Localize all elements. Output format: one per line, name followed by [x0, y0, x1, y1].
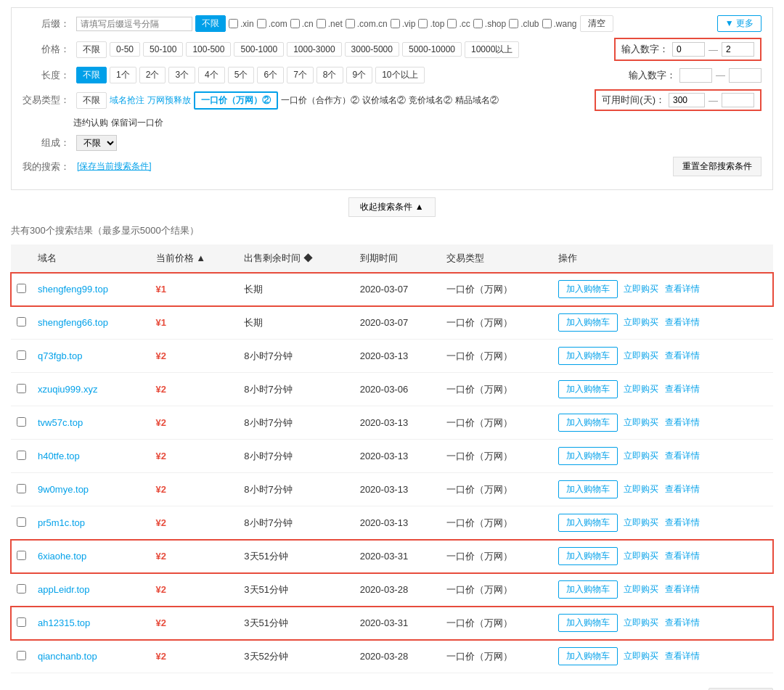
th-price[interactable]: 当前价格 ▲ — [150, 245, 239, 273]
view-detail-link[interactable]: 查看详情 — [665, 517, 700, 527]
suffix-vip[interactable]: .vip — [391, 19, 416, 29]
length-1-btn[interactable]: 1个 — [110, 67, 136, 83]
suffix-xin[interactable]: .xin — [229, 19, 254, 29]
view-detail-link[interactable]: 查看详情 — [665, 350, 700, 361]
price-0-50-btn[interactable]: 0-50 — [110, 42, 140, 57]
trans-premium-link[interactable]: 精品域名② — [455, 94, 499, 107]
add-cart-btn[interactable]: 加入购物车 — [558, 414, 618, 432]
trans-wanwang-link[interactable]: 万网预释放 — [147, 94, 191, 107]
row-checkbox[interactable] — [17, 484, 26, 493]
add-cart-btn[interactable]: 加入购物车 — [558, 580, 618, 599]
view-detail-link[interactable]: 查看详情 — [665, 417, 700, 427]
view-detail-link[interactable]: 查看详情 — [665, 317, 700, 327]
row-checkbox[interactable] — [17, 384, 26, 393]
price-unlimited-btn[interactable]: 不限 — [76, 41, 107, 58]
suffix-net[interactable]: .net — [317, 19, 343, 29]
trans-fixed-active-btn[interactable]: 一口价（万网）② — [194, 91, 278, 110]
suffix-cn[interactable]: .cn — [290, 19, 314, 29]
price-max-input[interactable] — [722, 42, 754, 57]
suffix-cc[interactable]: .cc — [447, 19, 470, 29]
row-checkbox[interactable] — [17, 517, 26, 527]
buy-now-link[interactable]: 立即购买 — [624, 350, 658, 361]
length-6-btn[interactable]: 6个 — [257, 67, 284, 83]
row-checkbox[interactable] — [17, 617, 26, 627]
more-btn[interactable]: ▼ 更多 — [717, 15, 761, 32]
price-10000up-btn[interactable]: 10000以上 — [465, 41, 519, 58]
trans-reserve-link[interactable]: 保留词一口价 — [111, 117, 163, 129]
length-2-btn[interactable]: 2个 — [139, 67, 166, 83]
domain-link[interactable]: appLeidr.top — [38, 584, 90, 595]
row-checkbox[interactable] — [17, 317, 26, 326]
buy-now-link[interactable]: 立即购买 — [624, 651, 658, 661]
price-3000-5000-btn[interactable]: 3000-5000 — [345, 42, 399, 57]
buy-now-link[interactable]: 立即购买 — [624, 551, 658, 561]
price-1000-3000-btn[interactable]: 1000-3000 — [287, 42, 341, 57]
reset-btn[interactable]: 重置全部搜索条件 — [673, 157, 761, 176]
buy-now-link[interactable]: 立即购买 — [624, 317, 658, 327]
price-min-input[interactable] — [672, 42, 705, 57]
view-detail-link[interactable]: 查看详情 — [665, 551, 700, 561]
clear-btn[interactable]: 清空 — [580, 15, 613, 32]
trans-violation-link[interactable]: 违约认购 — [73, 117, 108, 129]
length-unlimited-btn[interactable]: 不限 — [76, 67, 107, 83]
view-detail-link[interactable]: 查看详情 — [665, 451, 700, 461]
trans-fixed2-link[interactable]: 一口价（合作方）② — [281, 94, 359, 107]
avail-max-input[interactable] — [722, 93, 754, 107]
buy-now-link[interactable]: 立即购买 — [624, 384, 658, 394]
domain-link[interactable]: shengfeng99.top — [38, 284, 108, 295]
row-checkbox[interactable] — [17, 284, 26, 293]
length-8-btn[interactable]: 8个 — [317, 67, 343, 83]
suffix-wang[interactable]: .wang — [542, 19, 577, 29]
buy-now-link[interactable]: 立即购买 — [624, 584, 658, 594]
add-cart-btn[interactable]: 加入购物车 — [558, 447, 618, 465]
length-max-input[interactable] — [729, 68, 761, 83]
suffix-input[interactable] — [76, 17, 192, 31]
suffix-unlimited-btn[interactable]: 不限 — [195, 15, 226, 32]
domain-link[interactable]: h40tfe.top — [38, 451, 80, 461]
domain-link[interactable]: ah12315.top — [38, 617, 90, 628]
domain-link[interactable]: 6xiaohe.top — [38, 551, 86, 562]
trans-auction-link[interactable]: 竞价域名② — [409, 94, 452, 107]
avail-input[interactable] — [669, 93, 705, 107]
domain-link[interactable]: qianchanb.top — [38, 651, 97, 662]
buy-now-link[interactable]: 立即购买 — [624, 517, 658, 527]
row-checkbox[interactable] — [17, 451, 26, 460]
price-500-1000-btn[interactable]: 500-1000 — [234, 42, 284, 57]
add-cart-btn[interactable]: 加入购物车 — [558, 547, 618, 565]
view-detail-link[interactable]: 查看详情 — [665, 384, 700, 394]
domain-link[interactable]: shengfeng66.top — [38, 317, 108, 328]
length-3-btn[interactable]: 3个 — [168, 67, 195, 83]
add-cart-btn[interactable]: 加入购物车 — [558, 380, 618, 398]
buy-now-link[interactable]: 立即购买 — [624, 451, 658, 461]
row-checkbox[interactable] — [17, 350, 26, 360]
add-cart-btn[interactable]: 加入购物车 — [558, 514, 618, 532]
row-checkbox[interactable] — [17, 417, 26, 427]
domain-link[interactable]: xzuqiu999.xyz — [38, 384, 97, 395]
price-50-100-btn[interactable]: 50-100 — [143, 42, 183, 57]
domain-link[interactable]: 9w0mye.top — [38, 484, 89, 495]
length-10up-btn[interactable]: 10个以上 — [375, 67, 424, 83]
trans-negotiate-link[interactable]: 议价域名② — [362, 94, 406, 107]
row-checkbox[interactable] — [17, 651, 26, 660]
price-5000-10000-btn[interactable]: 5000-10000 — [402, 42, 462, 57]
domain-link[interactable]: pr5m1c.top — [38, 517, 85, 528]
buy-now-link[interactable]: 立即购买 — [624, 284, 658, 294]
buy-now-link[interactable]: 立即购买 — [624, 417, 658, 427]
row-checkbox[interactable] — [17, 551, 26, 560]
suffix-comcn[interactable]: .com.cn — [346, 19, 388, 29]
view-detail-link[interactable]: 查看详情 — [665, 584, 700, 594]
collapse-btn[interactable]: 收起搜索条件 ▲ — [348, 197, 435, 217]
suffix-shop[interactable]: .shop — [473, 19, 506, 29]
trans-grab-link[interactable]: 域名抢注 — [110, 94, 144, 107]
suffix-club[interactable]: .club — [509, 19, 539, 29]
trans-unlimited-btn[interactable]: 不限 — [76, 92, 107, 109]
row-checkbox[interactable] — [17, 584, 26, 594]
add-cart-btn[interactable]: 加入购物车 — [558, 614, 618, 632]
length-min-input[interactable] — [679, 68, 712, 83]
price-100-500-btn[interactable]: 100-500 — [186, 42, 231, 57]
suffix-com[interactable]: .com — [257, 19, 287, 29]
compose-select[interactable]: 不限 — [76, 135, 117, 151]
domain-link[interactable]: tvw57c.top — [38, 417, 83, 428]
domain-link[interactable]: q73fgb.top — [38, 350, 82, 361]
view-detail-link[interactable]: 查看详情 — [665, 284, 700, 294]
